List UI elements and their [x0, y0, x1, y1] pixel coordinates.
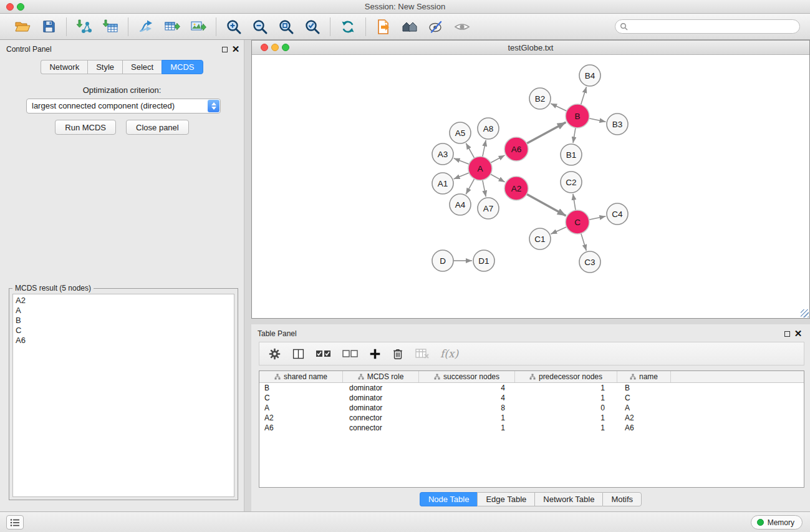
table-row[interactable]: Cdominator41C	[259, 393, 804, 403]
table-row[interactable]: Bdominator41B	[259, 383, 804, 393]
column-header-name[interactable]: name	[617, 371, 671, 382]
table-cell[interactable]: A	[259, 403, 343, 413]
graph-node-B1[interactable]: B1	[561, 144, 582, 165]
table-cell[interactable]: 4	[419, 393, 515, 403]
zoom-out-button[interactable]	[251, 18, 269, 36]
table-float-button[interactable]	[783, 329, 791, 338]
graph-edge-A-A5[interactable]	[466, 143, 474, 158]
export-table-button[interactable]	[163, 18, 181, 36]
graph-node-B3[interactable]: B3	[607, 114, 628, 135]
unselect-all-button[interactable]	[342, 349, 359, 359]
mcds-result-item[interactable]: B	[16, 316, 231, 326]
table-cell[interactable]: B	[617, 383, 671, 393]
save-session-button[interactable]	[40, 18, 57, 36]
graph-node-B4[interactable]: B4	[579, 65, 600, 86]
mcds-result-item[interactable]: A2	[16, 296, 231, 306]
show-panel-list-button[interactable]	[6, 515, 24, 530]
graph-edge-C-C3[interactable]	[581, 233, 587, 251]
mcds-result-list[interactable]: A2ABCA6	[12, 294, 234, 497]
graph-node-B2[interactable]: B2	[529, 88, 551, 109]
float-panel-button[interactable]	[220, 45, 229, 54]
column-header-successor-nodes[interactable]: successor nodes	[419, 371, 515, 382]
run-mcds-button[interactable]: Run MCDS	[55, 120, 116, 135]
graph-node-A7[interactable]: A7	[478, 198, 499, 219]
graph-node-C3[interactable]: C3	[579, 251, 600, 273]
table-cell[interactable]: dominator	[343, 393, 419, 403]
zoom-fit-button[interactable]	[277, 18, 295, 36]
mcds-result-item[interactable]: A6	[16, 336, 231, 346]
delete-column-button[interactable]	[392, 347, 404, 360]
export-image-button[interactable]	[190, 18, 207, 36]
graph-edge-B-B3[interactable]	[589, 118, 606, 122]
table-tab-edge-table[interactable]: Edge Table	[477, 492, 534, 506]
table-cell[interactable]: 1	[515, 393, 617, 403]
graph-edge-B-B1[interactable]	[573, 128, 576, 143]
close-panel-button-mcds[interactable]: Close panel	[126, 120, 189, 135]
graph-edge-A-A7[interactable]	[483, 180, 486, 197]
zoom-window-button[interactable]	[17, 3, 24, 11]
zoom-in-button[interactable]	[225, 18, 243, 36]
table-cell[interactable]: 8	[419, 403, 515, 413]
graph-node-A3[interactable]: A3	[432, 143, 453, 165]
graphics-details-button[interactable]	[427, 18, 445, 36]
mcds-result-item[interactable]: C	[16, 326, 231, 336]
refresh-layout-button[interactable]	[339, 18, 357, 36]
graph-edge-B-B2[interactable]	[551, 104, 567, 111]
graph-node-A2[interactable]: A2	[504, 177, 528, 200]
table-close-button[interactable]: ✕	[794, 329, 803, 338]
graph-node-C1[interactable]: C1	[529, 228, 551, 249]
table-cell[interactable]: 1	[419, 413, 515, 423]
table-cell[interactable]: dominator	[343, 383, 419, 393]
graph-edge-A6-B[interactable]	[527, 122, 566, 143]
table-cell[interactable]: A2	[259, 413, 343, 423]
network-canvas[interactable]: B4B2BB3A5A8A6B1A3AC2A1A2A4A7C4CC1C3DD1	[252, 56, 809, 318]
network-close-button[interactable]	[261, 44, 268, 51]
table-cell[interactable]: 1	[515, 383, 617, 393]
table-cell[interactable]: dominator	[343, 403, 419, 413]
show-hide-button[interactable]	[453, 18, 471, 36]
table-tab-node-table[interactable]: Node Table	[420, 492, 478, 506]
network-window-titlebar[interactable]: testGlobe.txt	[252, 41, 809, 55]
graph-edge-C-C1[interactable]	[551, 227, 566, 234]
add-column-button[interactable]	[369, 348, 381, 360]
column-header-MCDS-role[interactable]: MCDS role	[343, 371, 419, 382]
graph-edge-A-A2[interactable]	[491, 174, 505, 182]
graph-node-A5[interactable]: A5	[450, 122, 471, 143]
network-graph[interactable]: B4B2BB3A5A8A6B1A3AC2A1A2A4A7C4CC1C3DD1	[252, 56, 809, 318]
graph-node-A4[interactable]: A4	[450, 194, 471, 215]
graph-edge-C-C2[interactable]	[573, 194, 576, 210]
network-zoom-button[interactable]	[282, 44, 289, 51]
import-network-button[interactable]	[75, 18, 93, 36]
column-header-shared-name[interactable]: shared name	[259, 371, 343, 382]
graph-node-C[interactable]: C	[566, 210, 589, 234]
table-cell[interactable]: 4	[419, 383, 515, 393]
table-cell[interactable]: A	[617, 403, 671, 413]
graph-node-D1[interactable]: D1	[473, 250, 494, 271]
graph-edge-A-A4[interactable]	[466, 179, 475, 195]
table-cell[interactable]: 0	[515, 403, 617, 413]
graph-edge-A2-C[interactable]	[527, 194, 566, 216]
export-document-button[interactable]	[375, 18, 392, 36]
close-window-button[interactable]	[6, 3, 14, 11]
graph-edge-A-A3[interactable]	[454, 158, 470, 164]
table-cell[interactable]: 1	[515, 423, 617, 433]
graph-edge-C-C4[interactable]	[589, 216, 606, 220]
graph-edge-A-A6[interactable]	[491, 155, 505, 163]
table-cell[interactable]: B	[259, 383, 343, 393]
graph-node-A6[interactable]: A6	[504, 137, 528, 161]
graph-edge-B-B4[interactable]	[581, 87, 587, 105]
table-mode-button[interactable]	[268, 347, 281, 360]
graph-edge-A-A1[interactable]	[454, 173, 470, 179]
open-file-button[interactable]	[14, 18, 31, 36]
table-cell[interactable]: 1	[515, 413, 617, 423]
table-tab-network-table[interactable]: Network Table	[534, 492, 602, 506]
graph-node-A[interactable]: A	[468, 157, 492, 180]
window-resize-handle[interactable]	[801, 309, 809, 317]
tab-mcds[interactable]: MCDS	[162, 60, 203, 74]
tab-style[interactable]: Style	[87, 60, 122, 74]
export-network-button[interactable]	[137, 18, 155, 36]
graph-node-C4[interactable]: C4	[607, 203, 628, 225]
table-tab-motifs[interactable]: Motifs	[602, 492, 642, 506]
home-panels-button[interactable]	[401, 18, 418, 36]
table-cell[interactable]: connector	[343, 423, 419, 433]
